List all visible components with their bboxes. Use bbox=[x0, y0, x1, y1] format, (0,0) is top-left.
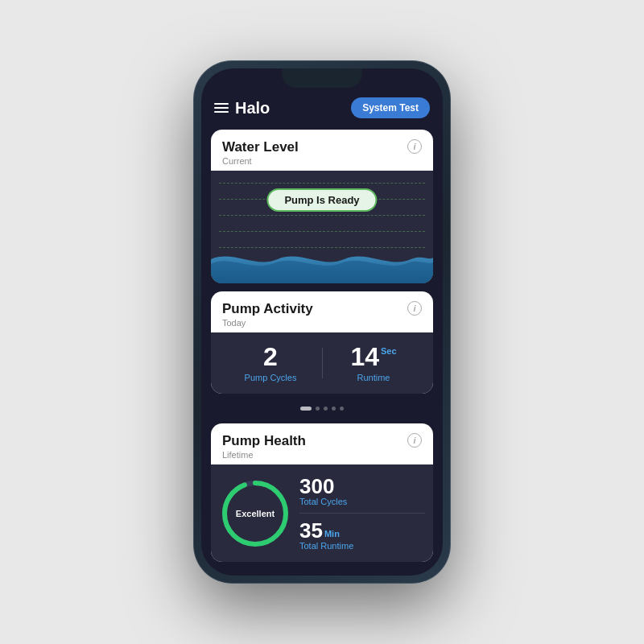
total-cycles-label: Total Cycles bbox=[299, 497, 425, 506]
pump-ready-badge: Pump Is Ready bbox=[266, 188, 377, 212]
pump-health-header: Pump Health Lifetime i bbox=[211, 423, 433, 464]
pump-activity-title-group: Pump Activity Today bbox=[222, 301, 313, 328]
total-cycles-top: 300 bbox=[299, 476, 425, 497]
health-circle: Excellent bbox=[219, 477, 291, 550]
pump-health-info-icon[interactable]: i bbox=[407, 433, 422, 448]
app-title: Halo bbox=[235, 99, 270, 118]
total-cycles-stat: 300 Total Cycles bbox=[299, 476, 425, 506]
total-runtime-value: 35 bbox=[299, 520, 323, 541]
dashed-line-1 bbox=[219, 183, 425, 184]
water-level-card: Water Level Current i Pump Is bbox=[211, 130, 433, 283]
health-stats: 300 Total Cycles 35 Min Total Runtime bbox=[299, 476, 425, 551]
water-level-info-icon[interactable]: i bbox=[407, 139, 422, 154]
pump-activity-subtitle: Today bbox=[222, 318, 313, 328]
water-level-title-group: Water Level Current bbox=[222, 139, 299, 166]
total-runtime-stat: 35 Min Total Runtime bbox=[299, 520, 425, 551]
page-dots bbox=[211, 402, 433, 415]
pump-activity-header: Pump Activity Today i bbox=[211, 291, 433, 332]
water-level-title: Water Level bbox=[222, 139, 299, 155]
total-runtime-top: 35 Min bbox=[299, 520, 425, 541]
system-test-button[interactable]: System Test bbox=[351, 97, 430, 118]
runtime-stat: 14 Sec Runtime bbox=[322, 344, 425, 382]
pump-activity-body: 2 Pump Cycles 14 Sec Runtime bbox=[211, 332, 433, 394]
pump-activity-info-icon[interactable]: i bbox=[407, 301, 422, 316]
app-header: Halo System Test bbox=[201, 93, 443, 126]
total-runtime-label: Total Runtime bbox=[299, 541, 425, 551]
runtime-value-group: 14 Sec bbox=[350, 344, 396, 369]
pump-health-title: Pump Health bbox=[222, 433, 306, 449]
water-wave bbox=[211, 243, 433, 283]
dashed-line-4 bbox=[219, 231, 425, 232]
pump-health-subtitle: Lifetime bbox=[222, 450, 306, 460]
total-cycles-value: 300 bbox=[299, 476, 334, 497]
phone-screen: Halo System Test Water Level Current i bbox=[201, 68, 443, 576]
dot-4 bbox=[332, 407, 336, 411]
main-content: Water Level Current i Pump Is bbox=[201, 126, 443, 576]
runtime-value: 14 bbox=[350, 344, 379, 369]
dot-5 bbox=[340, 407, 344, 411]
phone-frame: Halo System Test Water Level Current i bbox=[193, 60, 451, 584]
dot-1 bbox=[300, 407, 312, 411]
pump-activity-title: Pump Activity bbox=[222, 301, 313, 317]
runtime-label: Runtime bbox=[357, 373, 390, 382]
pump-health-title-group: Pump Health Lifetime bbox=[222, 433, 306, 460]
header-left: Halo bbox=[214, 99, 270, 118]
notch bbox=[282, 68, 362, 88]
health-label: Excellent bbox=[236, 509, 275, 518]
runtime-unit: Sec bbox=[381, 347, 397, 356]
health-stat-divider bbox=[299, 513, 425, 514]
dot-3 bbox=[324, 407, 328, 411]
pump-cycles-stat: 2 Pump Cycles bbox=[219, 344, 322, 382]
dashed-line-3 bbox=[219, 215, 425, 216]
pump-cycles-value: 2 bbox=[263, 344, 278, 369]
total-runtime-unit: Min bbox=[324, 529, 340, 539]
pump-health-body: Excellent 300 Total Cycles bbox=[211, 464, 433, 562]
menu-icon[interactable] bbox=[214, 103, 229, 113]
pump-activity-card: Pump Activity Today i 2 Pump Cycles 14 S… bbox=[211, 291, 433, 394]
water-level-body: Pump Is Ready bbox=[211, 171, 433, 283]
water-level-header: Water Level Current i bbox=[211, 130, 433, 171]
pump-health-card: Pump Health Lifetime i Excellent bbox=[211, 423, 433, 562]
dot-2 bbox=[316, 407, 320, 411]
water-level-subtitle: Current bbox=[222, 156, 299, 166]
pump-cycles-label: Pump Cycles bbox=[245, 373, 297, 382]
